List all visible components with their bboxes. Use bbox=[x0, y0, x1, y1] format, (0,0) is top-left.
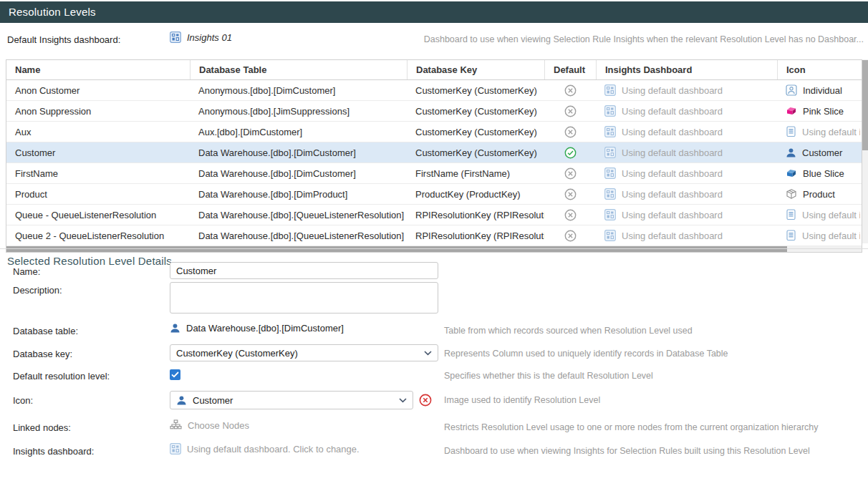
dashboard-icon bbox=[170, 443, 181, 455]
icon-hint: Image used to identify Resolution Level bbox=[444, 395, 600, 405]
insights-dashboard-label: Insights dashboard: bbox=[13, 446, 94, 457]
icon-cell-label: Blue Slice bbox=[803, 168, 844, 179]
cell-database-table: Aux.[dbo].[DimCustomer] bbox=[190, 127, 407, 137]
cell-icon: Individual bbox=[777, 84, 860, 96]
cell-database-table: Anonymous.[dbo].[DimCustomer] bbox=[190, 85, 407, 96]
cell-database-key: CustomerKey (CustomerKey) bbox=[407, 106, 544, 117]
cell-insights-dashboard: Using default dashboard bbox=[596, 126, 777, 137]
table-row[interactable]: FirstName Data Warehouse.[dbo].[DimCusto… bbox=[6, 163, 862, 184]
blue-slice-icon bbox=[786, 167, 797, 179]
cell-database-table: Data Warehouse.[dbo].[DimProduct] bbox=[190, 189, 407, 200]
icon-cell-label: Using default icon bbox=[802, 127, 860, 137]
cell-default bbox=[544, 84, 596, 97]
default-dashboard-value: Insights 01 bbox=[187, 32, 232, 43]
details-section-title: Selected Resolution Level Details bbox=[7, 255, 172, 267]
cell-database-key: CustomerKey (CustomerKey) bbox=[407, 85, 544, 96]
cell-database-key: ProductKey (ProductKey) bbox=[407, 189, 544, 200]
table-row[interactable]: Queue 2 - QueueListenerResolution Data W… bbox=[6, 225, 862, 246]
horizontal-scrollbar-thumb[interactable] bbox=[6, 246, 787, 252]
dashboard-cell-text: Using default dashboard bbox=[622, 147, 723, 158]
table-body: Anon Customer Anonymous.[dbo].[DimCustom… bbox=[6, 80, 862, 246]
cell-name: Aux bbox=[6, 127, 190, 137]
database-key-hint: Represents Column used to uniquely ident… bbox=[444, 349, 728, 359]
icon-select-value: Customer bbox=[193, 395, 233, 406]
cell-insights-dashboard: Using default dashboard bbox=[596, 84, 777, 96]
dashboard-icon bbox=[604, 188, 616, 200]
database-key-select[interactable]: CustomerKey (CustomerKey) bbox=[170, 344, 438, 361]
dashboard-cell-text: Using default dashboard bbox=[622, 85, 723, 96]
default-cross-icon bbox=[564, 188, 577, 200]
resolution-levels-page: Resolution Levels Default Insights dashb… bbox=[0, 0, 868, 481]
icon-select[interactable]: Customer bbox=[170, 391, 413, 409]
database-table-hint: Table from which records sourced when Re… bbox=[444, 326, 693, 336]
cell-insights-dashboard: Using default dashboard bbox=[596, 167, 777, 179]
insights-dashboard-hint: Dashboard to use when viewing Insights f… bbox=[444, 446, 810, 456]
dashboard-icon bbox=[604, 147, 616, 158]
default-level-hint: Specifies whether this is the default Re… bbox=[444, 371, 653, 381]
cell-database-table: Data Warehouse.[dbo].[QueueListenerResol… bbox=[190, 210, 407, 220]
dashboard-cell-text: Using default dashboard bbox=[622, 230, 723, 241]
dashboard-cell-text: Using default dashboard bbox=[622, 189, 723, 200]
insights-dashboard-button[interactable]: Using default dashboard. Click to change… bbox=[170, 443, 360, 455]
cell-insights-dashboard: Using default dashboard bbox=[596, 209, 777, 220]
description-label: Description: bbox=[13, 285, 62, 296]
cell-name: FirstName bbox=[6, 168, 190, 179]
column-header-database-table: Database Table bbox=[190, 60, 407, 79]
icon-cell-label: Pink Slice bbox=[803, 106, 844, 117]
cell-name: Queue - QueueListenerResolution bbox=[6, 210, 190, 220]
default-cross-icon bbox=[564, 230, 577, 242]
vertical-scrollbar-thumb[interactable] bbox=[862, 60, 868, 150]
table-row[interactable]: Queue - QueueListenerResolution Data War… bbox=[6, 205, 862, 225]
name-input[interactable] bbox=[170, 262, 438, 279]
product-cube-icon bbox=[786, 188, 797, 200]
cell-database-key: RPIResolutionKey (RPIResolutio... bbox=[407, 230, 544, 241]
choose-nodes-text: Choose Nodes bbox=[188, 420, 249, 431]
column-header-default: Default bbox=[544, 60, 596, 79]
cell-database-table: Data Warehouse.[dbo].[QueueListenerResol… bbox=[190, 230, 407, 241]
clear-icon-button[interactable] bbox=[419, 394, 432, 407]
description-input[interactable] bbox=[170, 282, 438, 314]
default-cross-icon bbox=[564, 105, 577, 117]
cell-name: Anon Customer bbox=[6, 85, 190, 96]
cell-icon: Using default icon bbox=[777, 209, 860, 220]
cell-database-key: FirstName (FirstName) bbox=[407, 168, 544, 179]
table-row[interactable]: Anon Suppression Anonymous.[dbo].[JimSup… bbox=[6, 101, 862, 122]
default-level-checkbox[interactable] bbox=[170, 369, 180, 380]
database-table-label: Database table: bbox=[13, 326, 78, 336]
column-header-insights-dashboard: Insights Dashboard bbox=[596, 60, 777, 79]
table-row[interactable]: Product Data Warehouse.[dbo].[DimProduct… bbox=[6, 184, 862, 205]
icon-cell-label: Product bbox=[803, 189, 835, 200]
cell-name: Product bbox=[6, 189, 190, 200]
dashboard-icon bbox=[604, 209, 616, 220]
table-row[interactable]: Customer Data Warehouse.[dbo].[DimCustom… bbox=[6, 142, 862, 163]
chevron-down-icon bbox=[399, 398, 407, 403]
cell-name: Queue 2 - QueueListenerResolution bbox=[6, 230, 190, 241]
default-cross-icon bbox=[564, 126, 577, 138]
vertical-scrollbar[interactable] bbox=[862, 59, 868, 243]
cell-icon: Using default icon bbox=[777, 126, 860, 137]
table-row[interactable]: Aux Aux.[dbo].[DimCustomer] CustomerKey … bbox=[6, 122, 862, 142]
cell-name: Anon Suppression bbox=[6, 106, 190, 117]
person-icon bbox=[170, 323, 180, 334]
default-dashboard-picker[interactable]: Insights 01 bbox=[170, 31, 232, 43]
cell-icon: Product bbox=[777, 188, 860, 200]
default-doc-icon bbox=[786, 209, 796, 220]
choose-nodes-button[interactable]: Choose Nodes bbox=[170, 419, 249, 431]
insights-dashboard-text: Using default dashboard. Click to change… bbox=[187, 444, 360, 455]
cell-default bbox=[544, 230, 596, 242]
dashboard-icon bbox=[604, 230, 616, 241]
cell-default bbox=[544, 105, 596, 117]
cell-insights-dashboard: Using default dashboard bbox=[596, 230, 777, 241]
default-cross-icon bbox=[564, 84, 577, 97]
page-title: Resolution Levels bbox=[0, 1, 868, 23]
table-row[interactable]: Anon Customer Anonymous.[dbo].[DimCustom… bbox=[6, 80, 862, 101]
cell-database-table: Data Warehouse.[dbo].[DimCustomer] bbox=[190, 147, 407, 158]
column-header-database-key: Database Key bbox=[407, 60, 544, 79]
horizontal-scrollbar[interactable] bbox=[6, 246, 862, 252]
org-chart-icon bbox=[170, 419, 182, 431]
dashboard-icon bbox=[604, 105, 616, 117]
dashboard-icon bbox=[604, 126, 616, 137]
column-header-icon: Icon bbox=[777, 60, 860, 79]
cell-database-key: CustomerKey (CustomerKey) bbox=[407, 147, 544, 158]
cell-default bbox=[544, 209, 596, 221]
